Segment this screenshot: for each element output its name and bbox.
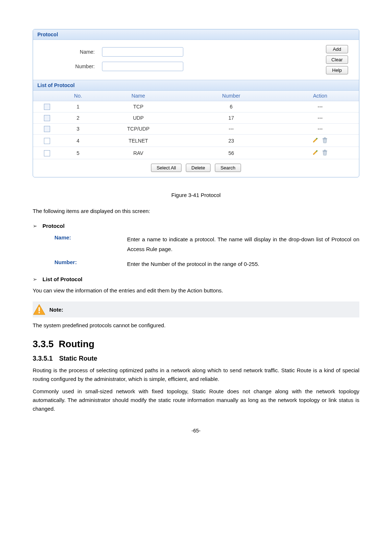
svg-rect-6 [38,312,40,313]
svg-rect-5 [38,307,40,311]
cell-no: 4 [61,135,95,147]
note-text: The system predefined protocols cannot b… [33,321,359,330]
table-row: 4TELNET23 [33,135,359,147]
delete-button[interactable]: Delete [186,164,211,172]
note-label: Note: [49,307,63,313]
cell-no: 3 [61,123,95,135]
intro-text: The following items are displayed on thi… [33,207,359,216]
row-checkbox [44,104,50,110]
cell-name: TCP [95,101,181,112]
row-checkbox[interactable] [44,150,50,156]
cell-name: RAV [95,147,181,159]
select-all-button[interactable]: Select All [151,164,181,172]
name-label: Name: [44,49,102,55]
cell-action [281,135,359,147]
row-checkbox [44,115,50,121]
list-title: List of Protocol [33,80,359,91]
cell-name: UDP [95,112,181,123]
warning-icon [33,304,46,315]
routing-p2: Commonly used in small-sized network wit… [33,387,359,413]
number-input[interactable] [102,62,183,71]
search-button[interactable]: Search [215,164,241,172]
cell-no: 1 [61,101,95,112]
row-checkbox [44,126,50,132]
cell-action [281,147,359,159]
def-number-desc: Enter the Number of the protocol in the … [127,259,359,269]
cell-number: 23 [181,135,281,147]
section-routing: 3.3.5Routing [33,338,359,350]
cell-number: --- [181,123,281,135]
col-no: No. [61,91,95,101]
number-label: Number: [44,63,102,69]
def-number-term: Number: [54,259,127,269]
cell-action: --- [281,123,359,135]
edit-icon[interactable] [312,149,319,156]
trash-icon[interactable] [322,149,328,156]
table-row: 5RAV56 [33,147,359,159]
table-row: 3TCP/UDP------ [33,123,359,135]
table-row: 2UDP17--- [33,112,359,123]
def-name-term: Name: [54,234,127,254]
edit-icon[interactable] [312,137,319,143]
add-button[interactable]: Add [326,45,348,53]
col-action: Action [281,91,359,101]
cell-no: 5 [61,147,95,159]
cell-action: --- [281,101,359,112]
panel-title: Protocol [33,29,359,40]
figure-caption: Figure 3-41 Protocol [33,192,359,198]
cell-action: --- [281,112,359,123]
col-name: Name [95,91,181,101]
list-desc: You can view the information of the entr… [33,286,359,295]
cell-number: 17 [181,112,281,123]
protocol-table: No. Name Number Action 1TCP6---2UDP17---… [33,91,359,159]
subsection-static-route: 3.3.5.1Static Route [33,355,359,362]
bullet-list: ➢ List of Protocol [33,276,359,283]
row-checkbox[interactable] [44,138,50,144]
protocol-panel: Protocol Name: Number: Add Clear Help Li… [33,29,359,177]
svg-rect-3 [324,150,326,151]
clear-button[interactable]: Clear [326,56,348,64]
trash-icon[interactable] [322,137,328,143]
cell-no: 2 [61,112,95,123]
col-checkbox [33,91,61,101]
note-box: Note: [33,301,359,317]
help-button[interactable]: Help [326,66,348,74]
svg-rect-1 [324,138,326,138]
name-input[interactable] [102,47,183,57]
col-number: Number [181,91,281,101]
chevron-right-icon: ➢ [33,276,37,283]
bullet-protocol: ➢ Protocol [33,223,359,229]
cell-number: 56 [181,147,281,159]
def-name-desc: Enter a name to indicate a protocol. The… [127,234,359,254]
cell-name: TELNET [95,135,181,147]
cell-number: 6 [181,101,281,112]
chevron-right-icon: ➢ [33,223,37,229]
page-number: -65- [33,428,359,434]
routing-p1: Routing is the process of selecting opti… [33,366,359,383]
cell-name: TCP/UDP [95,123,181,135]
table-row: 1TCP6--- [33,101,359,112]
